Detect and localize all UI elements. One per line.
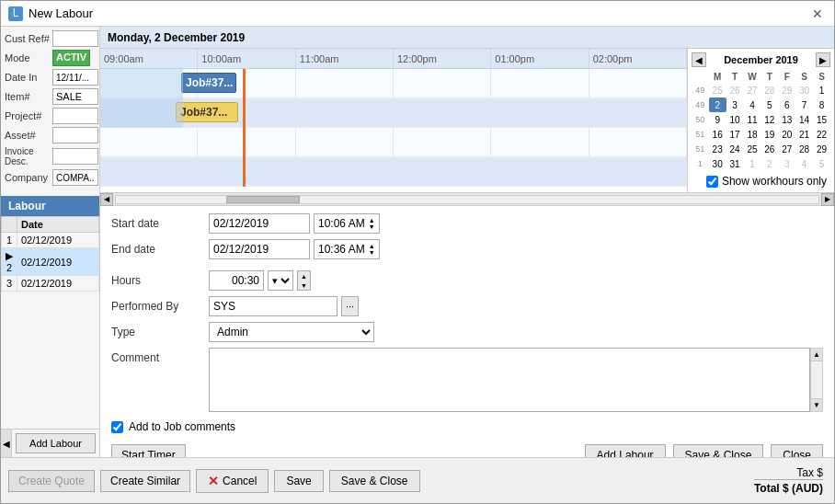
cal-day-today[interactable]: 2: [709, 97, 726, 112]
cal-day[interactable]: 15: [813, 112, 830, 127]
invoice-row: Invoice Desc.: [5, 146, 96, 166]
cal-day[interactable]: 8: [813, 97, 830, 112]
asset-input[interactable]: [52, 127, 98, 143]
cal-day[interactable]: 9: [709, 112, 726, 127]
cal-day[interactable]: 28: [795, 142, 813, 156]
cal-day[interactable]: 4: [744, 97, 761, 112]
table-row[interactable]: 1 02/12/2019: [2, 233, 99, 248]
start-timer-btn[interactable]: Start Timer: [111, 444, 186, 457]
cal-day[interactable]: 1: [744, 156, 761, 171]
performed-by-browse-btn[interactable]: ···: [341, 296, 359, 316]
cal-week: 51 16 17 18 19 20 21 22: [692, 127, 830, 142]
date-in-input[interactable]: [52, 69, 98, 86]
add-to-job-label: Add to Job comments: [129, 420, 235, 433]
cal-day[interactable]: 3: [726, 97, 744, 112]
close-form-btn[interactable]: Close: [771, 444, 823, 457]
close-button[interactable]: ✕: [808, 5, 827, 23]
cal-day[interactable]: 19: [761, 127, 778, 142]
cal-day[interactable]: 27: [778, 142, 795, 156]
hours-down[interactable]: ▼: [301, 282, 307, 289]
company-input[interactable]: [52, 169, 98, 186]
cal-day[interactable]: 14: [795, 112, 813, 127]
labour-tab[interactable]: Labour: [1, 196, 99, 216]
gantt-highlight-2: [100, 98, 183, 128]
cal-day[interactable]: 10: [726, 112, 744, 127]
comment-textarea[interactable]: [209, 348, 810, 412]
start-time-up[interactable]: ▲: [369, 217, 375, 223]
cal-day[interactable]: 30: [795, 83, 813, 97]
cal-day[interactable]: 2: [761, 156, 778, 171]
end-time-up[interactable]: ▲: [369, 243, 375, 249]
table-row[interactable]: 3 02/12/2019: [2, 276, 99, 292]
cal-day[interactable]: 29: [778, 83, 795, 97]
end-time-down[interactable]: ▼: [369, 249, 375, 256]
add-to-job-checkbox[interactable]: [111, 421, 123, 433]
scroll-track[interactable]: [115, 195, 819, 204]
create-quote-btn[interactable]: Create Quote: [8, 470, 95, 492]
cancel-btn[interactable]: ✕ Cancel: [196, 469, 269, 493]
end-date-input[interactable]: [209, 239, 310, 259]
comment-scroll-up[interactable]: ▲: [811, 349, 822, 361]
invoice-input[interactable]: [52, 148, 98, 165]
cal-day[interactable]: 22: [813, 127, 830, 142]
cal-day[interactable]: 4: [795, 156, 813, 171]
start-time-down[interactable]: ▼: [369, 223, 375, 230]
cal-day[interactable]: 12: [761, 112, 778, 127]
create-similar-btn[interactable]: Create Similar: [100, 470, 190, 492]
cal-day[interactable]: 28: [761, 83, 778, 97]
cal-day[interactable]: 17: [726, 127, 744, 142]
mini-calendar: ◀ December 2019 ▶ M T W: [687, 49, 834, 192]
mini-cal-next[interactable]: ▶: [816, 52, 830, 67]
cal-day[interactable]: 20: [778, 127, 795, 142]
cal-day[interactable]: 31: [726, 156, 744, 171]
cust-ref-input[interactable]: [52, 30, 98, 47]
btn-spacer: [193, 444, 578, 457]
add-labour-form-btn[interactable]: Add Labour: [585, 444, 666, 457]
mini-cal-prev[interactable]: ◀: [692, 52, 706, 67]
cal-day[interactable]: 5: [761, 97, 778, 112]
show-workhours-checkbox[interactable]: [706, 176, 718, 188]
scroll-thumb[interactable]: [226, 196, 300, 203]
gantt-row-1: Job#37...: [100, 69, 687, 98]
mode-value: ACTIV: [52, 50, 90, 66]
performed-by-input[interactable]: [209, 296, 337, 316]
table-row[interactable]: ▶ 2 02/12/2019: [2, 248, 99, 276]
cal-day[interactable]: 18: [744, 127, 761, 142]
cal-day[interactable]: 25: [744, 142, 761, 156]
start-date-input[interactable]: [209, 213, 310, 234]
scroll-right-btn[interactable]: ▶: [821, 193, 834, 206]
hours-up[interactable]: ▲: [301, 273, 307, 280]
cal-day[interactable]: 16: [709, 127, 726, 142]
scroll-left-btn[interactable]: ◀: [100, 193, 113, 206]
cal-day[interactable]: 6: [778, 97, 795, 112]
cal-day[interactable]: 24: [726, 142, 744, 156]
cal-day[interactable]: 1: [813, 83, 830, 97]
cal-day[interactable]: 13: [778, 112, 795, 127]
cal-day[interactable]: 11: [744, 112, 761, 127]
cal-day[interactable]: 5: [813, 156, 830, 171]
sidebar-collapse-btn[interactable]: ◀: [1, 430, 12, 457]
cal-day[interactable]: 25: [709, 83, 726, 97]
type-select[interactable]: Admin Other: [209, 322, 374, 342]
cal-day[interactable]: 26: [726, 83, 744, 97]
save-btn[interactable]: Save: [274, 470, 323, 492]
cal-day[interactable]: 3: [778, 156, 795, 171]
hours-input[interactable]: [209, 270, 264, 291]
save-close-form-btn[interactable]: Save & Close: [673, 444, 764, 457]
cal-day[interactable]: 30: [709, 156, 726, 171]
comment-scroll-down[interactable]: ▼: [811, 398, 822, 411]
item-input[interactable]: [52, 88, 98, 105]
job-bar-blue[interactable]: Job#37...: [181, 73, 236, 93]
gantt-cell: [589, 128, 687, 156]
job-bar-yellow[interactable]: Job#37...: [176, 102, 238, 122]
cal-day[interactable]: 21: [795, 127, 813, 142]
cal-day[interactable]: 29: [813, 142, 830, 156]
cal-day[interactable]: 7: [795, 97, 813, 112]
project-input[interactable]: [52, 108, 98, 124]
cal-day[interactable]: 27: [744, 83, 761, 97]
add-labour-btn[interactable]: Add Labour: [16, 433, 96, 453]
cal-day[interactable]: 26: [761, 142, 778, 156]
cal-day[interactable]: 23: [709, 142, 726, 156]
hours-unit-select[interactable]: ▾: [268, 270, 293, 291]
save-close-bot-btn[interactable]: Save & Close: [329, 470, 420, 492]
